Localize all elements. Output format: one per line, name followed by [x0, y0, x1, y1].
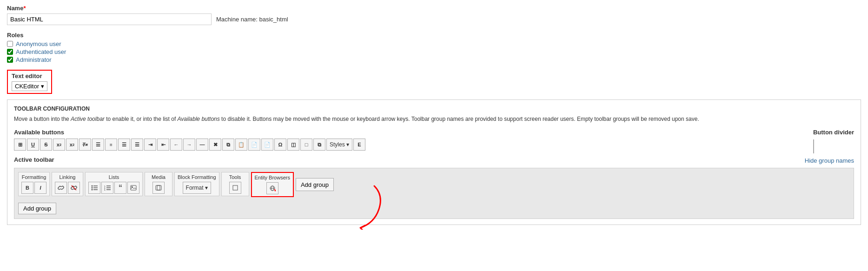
avail-btn-justifyleft[interactable]: ☰	[92, 139, 104, 151]
avail-btn-cut[interactable]: ✖	[209, 139, 221, 151]
name-label: Name*	[7, 5, 861, 12]
svg-point-22	[274, 190, 276, 192]
add-group-bottom-row: Add group	[18, 201, 850, 214]
group-name-entity-browsers: Entity Browsers	[255, 175, 290, 180]
avail-btn-undo[interactable]: ←	[170, 139, 182, 151]
toolbar-config-box: TOOLBAR CONFIGURATION Move a button into…	[7, 99, 861, 225]
group-name-linking: Linking	[55, 174, 80, 180]
toolbar-groups-row: Formatting B I Linking	[18, 172, 850, 197]
btn-tools[interactable]	[229, 182, 241, 194]
toolbar-group-media: Media	[145, 172, 172, 196]
avail-btn-subscript[interactable]: x2	[66, 139, 78, 151]
group-buttons-formatting: B I	[21, 182, 46, 194]
btn-entity-browser[interactable]	[266, 182, 278, 194]
roles-label: Roles	[7, 32, 861, 39]
btn-numlist[interactable]: 1.2.3.	[101, 182, 113, 194]
group-name-tools: Tools	[225, 174, 246, 180]
avail-btn-copy[interactable]: ⧉	[222, 139, 234, 151]
role-checkbox-administrator[interactable]	[7, 57, 13, 63]
svg-rect-15	[156, 185, 161, 190]
add-group-button[interactable]: Add group	[296, 178, 334, 191]
avail-btn-horizontalrule[interactable]: ―	[196, 139, 208, 151]
group-name-media: Media	[148, 174, 169, 180]
avail-btn-outdent[interactable]: ⇤	[157, 139, 169, 151]
svg-rect-17	[233, 185, 238, 190]
group-buttons-block-formatting: Format ▾	[178, 182, 216, 194]
hide-group-names-link[interactable]: Hide group names	[805, 157, 854, 164]
avail-btn-pastefromword[interactable]: 📄	[261, 139, 273, 151]
role-link-administrator[interactable]: Administrator	[16, 56, 52, 63]
btn-format-dropdown[interactable]: Format ▾	[183, 182, 211, 194]
btn-bullist[interactable]	[88, 182, 100, 194]
role-link-anonymous[interactable]: Anonymous user	[16, 40, 61, 47]
toolbar-group-lists: Lists 1.2.3. “	[85, 172, 143, 196]
svg-point-5	[92, 189, 93, 191]
group-buttons-tools	[225, 182, 246, 194]
group-buttons-linking	[55, 182, 80, 194]
avail-btn-indent[interactable]: ⇥	[144, 139, 156, 151]
toolbar-group-linking: Linking	[52, 172, 83, 196]
role-link-authenticated[interactable]: Authenticated user	[16, 48, 66, 55]
toolbar-group-block-formatting: Block Formatting Format ▾	[174, 172, 219, 196]
avail-btn-strike[interactable]: S	[40, 139, 52, 151]
available-buttons-row: ⊞ U S x2 x2 Tx ☰ ≡ ☰ ☰ ⇥ ⇤ ← → ― ✖ ⧉	[14, 139, 813, 151]
avail-btn-table[interactable]: ⊞	[14, 139, 26, 151]
group-name-formatting: Formatting	[21, 174, 46, 180]
active-toolbar-header: Active toolbar Hide group names	[14, 156, 854, 165]
svg-text:3.: 3.	[104, 189, 106, 191]
toolbar-group-tools: Tools	[221, 172, 249, 196]
avail-btn-superscript[interactable]: x2	[53, 139, 65, 151]
button-divider-label: Button divider	[813, 129, 854, 136]
btn-blockquote[interactable]: “	[114, 182, 126, 194]
avail-btn-paste[interactable]: 📋	[235, 139, 247, 151]
role-row-administrator: Administrator	[7, 56, 861, 63]
role-checkbox-authenticated[interactable]	[7, 49, 13, 55]
toolbar-config-title: TOOLBAR CONFIGURATION	[14, 106, 854, 112]
avail-btn-showblocks[interactable]: □	[300, 139, 312, 151]
toolbar-group-formatting: Formatting B I	[18, 172, 50, 196]
add-group-bottom-button[interactable]: Add group	[18, 203, 56, 214]
avail-btn-specialchar[interactable]: Ω	[274, 139, 286, 151]
avail-btn-maximize[interactable]: ⧉	[313, 139, 325, 151]
name-label-text: Name	[7, 5, 23, 12]
group-name-lists: Lists	[88, 174, 139, 180]
active-toolbar-area: Formatting B I Linking	[14, 168, 854, 219]
avail-btn-justifyblock[interactable]: ☰	[131, 139, 143, 151]
divider-bar[interactable]	[813, 139, 814, 153]
button-divider-section: Button divider	[813, 129, 854, 153]
name-input[interactable]	[7, 13, 212, 25]
btn-image[interactable]	[127, 182, 139, 194]
btn-media[interactable]	[152, 182, 165, 194]
svg-point-3	[92, 187, 93, 189]
group-buttons-lists: 1.2.3. “	[88, 182, 139, 194]
group-buttons-media	[148, 182, 169, 194]
svg-rect-16	[157, 185, 160, 190]
text-editor-label: Text editor	[12, 73, 47, 79]
btn-unlink[interactable]	[68, 182, 80, 194]
group-name-block-formatting: Block Formatting	[178, 174, 216, 180]
avail-btn-removeformat[interactable]: Tx	[79, 139, 91, 151]
ckeditor-value: CKEditor	[15, 83, 39, 90]
ckeditor-dropdown[interactable]: CKEditor ▾	[12, 81, 47, 91]
avail-btn-justifyright[interactable]: ☰	[118, 139, 130, 151]
avail-btn-styles[interactable]: Styles ▾	[326, 139, 352, 151]
ckeditor-dropdown-arrow: ▾	[41, 83, 44, 90]
avail-btn-table2[interactable]: ◫	[287, 139, 299, 151]
btn-bold[interactable]: B	[21, 182, 33, 194]
avail-btn-editsource[interactable]: E	[353, 139, 365, 151]
avail-btn-justifycenter[interactable]: ≡	[105, 139, 117, 151]
machine-name-text: Machine name: basic_html	[216, 16, 288, 23]
toolbar-config-desc: Move a button into the Active toolbar to…	[14, 115, 854, 123]
avail-btn-underline[interactable]: U	[27, 139, 39, 151]
btn-italic[interactable]: I	[34, 182, 46, 194]
avail-btn-pasteas[interactable]: 📄	[248, 139, 260, 151]
avail-btn-redo[interactable]: →	[183, 139, 195, 151]
active-toolbar-label: Active toolbar	[14, 156, 54, 163]
svg-rect-13	[131, 185, 136, 190]
role-checkbox-anonymous[interactable]	[7, 41, 13, 47]
role-row-authenticated: Authenticated user	[7, 48, 861, 55]
toolbar-group-entity-browsers: Entity Browsers	[251, 172, 294, 197]
required-marker: *	[23, 5, 26, 12]
btn-link[interactable]	[55, 182, 67, 194]
available-buttons-label: Available buttons	[14, 129, 813, 136]
